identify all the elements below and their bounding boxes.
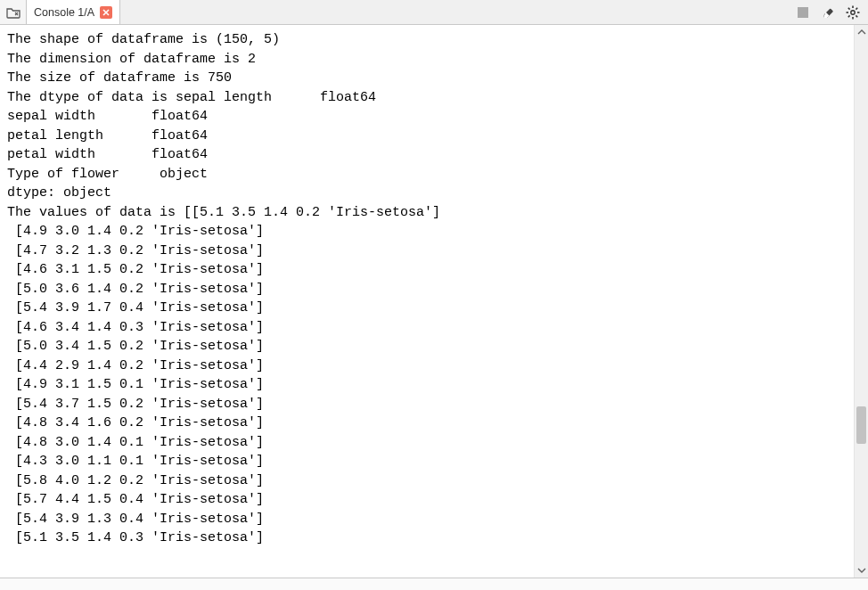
tab-label: Console 1/A xyxy=(34,6,94,19)
console-area: The shape of dataframe is (150, 5) The d… xyxy=(0,25,868,578)
stop-icon xyxy=(797,6,809,19)
clear-button[interactable] xyxy=(820,4,836,20)
stop-button[interactable] xyxy=(795,4,811,20)
console-output[interactable]: The shape of dataframe is (150, 5) The d… xyxy=(0,25,854,578)
scroll-up-button[interactable] xyxy=(855,25,868,39)
options-button[interactable] xyxy=(845,4,861,20)
svg-point-1 xyxy=(851,10,855,13)
scrollbar-thumb[interactable] xyxy=(856,406,866,444)
chevron-up-icon xyxy=(857,29,866,36)
svg-line-7 xyxy=(856,15,857,17)
svg-line-9 xyxy=(848,15,850,17)
browse-dir-button[interactable] xyxy=(0,0,27,24)
tab-bar: Console 1/A xyxy=(0,0,868,25)
close-icon xyxy=(102,9,110,16)
svg-rect-0 xyxy=(798,7,808,18)
status-strip xyxy=(0,578,868,590)
tab-close-button[interactable] xyxy=(100,6,112,19)
svg-line-6 xyxy=(848,7,850,9)
vertical-scrollbar[interactable] xyxy=(854,25,868,578)
chevron-down-icon xyxy=(857,567,866,574)
eraser-icon xyxy=(821,6,835,19)
gear-icon xyxy=(846,5,860,20)
svg-line-8 xyxy=(856,7,857,9)
scroll-down-button[interactable] xyxy=(855,563,868,578)
tabbar-actions xyxy=(795,0,868,24)
folder-icon xyxy=(6,6,20,19)
tab-console-1a[interactable]: Console 1/A xyxy=(27,0,120,24)
